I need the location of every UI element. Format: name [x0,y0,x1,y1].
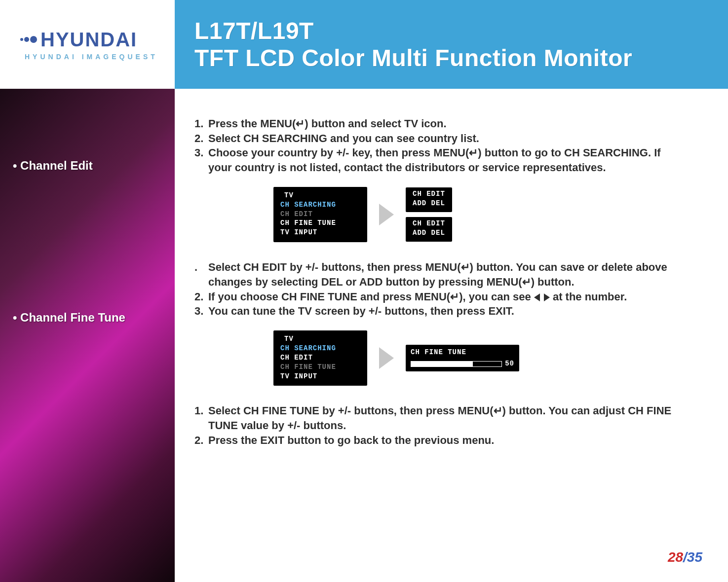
arrow-right-icon [379,204,394,225]
osd-menu-item: CH EDIT [280,210,360,219]
product-title: TFT LCD Color Multi Function Monitor [194,44,728,72]
sidebar-item-channel-edit: • Channel Edit [0,152,175,180]
osd-ch-edit-panel: CH EDIT ADD DEL [406,187,452,212]
model-title: L17T/L19T [194,17,728,44]
logo-area: HYUNDAI HYUNDAI IMAGEQUEST [0,0,175,89]
step-text-before: If you choose CH FINE TUNE and press MEN… [208,291,534,303]
page-current: 28 [668,549,683,565]
osd-tv-menu: TV CH SEARCHING CH EDIT CH FINE TUNE TV … [273,187,367,242]
osd-panel-title: CH EDIT [406,188,452,199]
osd-menu-title: TV [280,334,360,344]
osd-del-label: DEL [431,228,445,238]
instruction-block-1: 1.Press the MENU(↵) button and select TV… [194,116,683,175]
osd-menu-item: CH FINE TUNE [280,363,360,372]
step: 2.Select CH SEARCHING and you can see co… [194,131,683,146]
tune-progress-bar [411,361,502,367]
page-separator: / [683,549,687,565]
step: 3.Choose your country by +/- key, then p… [194,146,683,175]
logo-dots-icon [20,36,38,43]
osd-illustration-1: TV CH SEARCHING CH EDIT CH FINE TUNE TV … [273,187,702,242]
instruction-block-2: .Select CH EDIT by +/- buttons, then pre… [194,260,683,319]
triangle-right-icon [544,293,550,301]
page-total: 35 [687,549,702,565]
sidebar-item-channel-fine-tune: • Channel Fine Tune [0,304,175,331]
step: 2.Press the EXIT button to go back to th… [194,433,683,448]
step-text-after: at the number. [550,291,627,303]
triangle-left-icon [534,293,540,301]
osd-add-label: ADD [413,199,426,208]
arrow-right-icon [379,347,394,369]
osd-ch-edit-panel: CH EDIT ADD DEL [406,217,452,242]
osd-menu-item: TV INPUT [280,372,360,381]
osd-fine-tune-panel: CH FINE TUNE 50 [406,345,519,371]
instruction-block-3: 1.Select CH FINE TUNE by +/- buttons, th… [194,403,683,447]
osd-menu-item: CH EDIT [280,353,360,363]
osd-menu-title: TV [280,191,360,200]
step: 1.Press the MENU(↵) button and select TV… [194,116,683,131]
osd-menu-item: CH SEARCHING [280,200,360,210]
step: .Select CH EDIT by +/- buttons, then pre… [194,260,683,289]
brand-logo: HYUNDAI [20,29,175,51]
osd-panel-title: CH EDIT [406,218,452,228]
step: 1.Select CH FINE TUNE by +/- buttons, th… [194,403,683,433]
step: 2. If you choose CH FINE TUNE and press … [194,290,683,304]
sidebar: • Channel Edit • Channel Fine Tune [0,89,175,582]
brand-subtitle: HYUNDAI IMAGEQUEST [25,53,175,61]
manual-page: HYUNDAI HYUNDAI IMAGEQUEST L17T/L19T TFT… [0,0,728,582]
page-number: 28/35 [668,549,702,565]
step: 3.You can tune the TV screen by +/- butt… [194,304,683,319]
osd-illustration-2: TV CH SEARCHING CH EDIT CH FINE TUNE TV … [273,330,702,386]
osd-del-label: DEL [431,199,445,208]
tune-progress-fill [411,362,473,366]
title-bar: L17T/L19T TFT LCD Color Multi Function M… [175,0,728,89]
tune-value: 50 [505,359,514,368]
osd-menu-item: CH FINE TUNE [280,218,360,228]
brand-name: HYUNDAI [40,29,137,51]
osd-panel-title: CH FINE TUNE [411,348,514,357]
osd-ch-edit-stack: CH EDIT ADD DEL CH EDIT ADD DEL [406,187,452,242]
osd-menu-item: TV INPUT [280,228,360,237]
osd-tv-menu: TV CH SEARCHING CH EDIT CH FINE TUNE TV … [273,330,367,386]
osd-add-label: ADD [413,228,426,238]
content-area: 1.Press the MENU(↵) button and select TV… [175,89,728,582]
osd-menu-item: CH SEARCHING [280,344,360,353]
